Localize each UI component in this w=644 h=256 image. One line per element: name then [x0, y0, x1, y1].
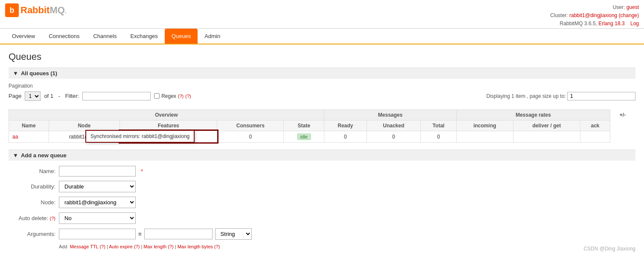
durability-select[interactable]: Durable Transient [59, 181, 136, 192]
durability-row: Durability: Durable Transient [9, 181, 635, 192]
regex-text: Regex [161, 93, 176, 99]
col-empty [610, 120, 635, 131]
page-select[interactable]: 1 [25, 91, 41, 101]
page-size-display: Displaying 1 item , page size up to: [487, 92, 635, 100]
args-eq: = [138, 231, 142, 237]
add-queue-label: Add a new queue [21, 152, 67, 159]
durability-label: Durability: [9, 183, 55, 190]
th-message-rates: Message rates [457, 109, 610, 120]
row-name[interactable]: aa [9, 131, 49, 142]
displaying-text: Displaying 1 item , page size up to: [487, 93, 566, 99]
col-name: Name [9, 120, 49, 131]
row-ready: 0 [324, 131, 367, 142]
row-total: 0 [420, 131, 456, 142]
filter-label: Filter: [65, 93, 79, 99]
add-queue-section: ▼ Add a new queue Name: * Durability: Du… [9, 150, 635, 249]
name-required: * [141, 168, 143, 174]
row-incoming [457, 131, 513, 142]
col-deliver-get: deliver / get [513, 120, 580, 131]
arguments-label: Arguments: [9, 231, 55, 237]
col-unacked: Unacked [367, 120, 420, 131]
auto-delete-label: Auto delete: (?) [9, 215, 55, 221]
th-messages: Messages [324, 109, 456, 120]
erlang-link[interactable]: Erlang 18.3 [598, 21, 624, 26]
args-inputs: = String Number Boolean [59, 228, 252, 240]
col-state: State [284, 120, 324, 131]
logo-icon: b [5, 3, 19, 17]
node-row: Node: rabbit1@dingjiaxiong [9, 197, 635, 208]
logo: b RabbitMQ. [5, 3, 67, 17]
cluster-link[interactable]: rabbit1@dingjiaxiong [569, 12, 617, 18]
tooltip-text: Synchronised mirrors: rabbit1@dingjiaxio… [90, 133, 189, 139]
page-text: Page [9, 93, 21, 99]
row-unacked: 0 [367, 131, 420, 142]
auto-delete-row: Auto delete: (?) No Yes [9, 212, 635, 224]
log-link[interactable]: Log [630, 21, 639, 26]
page-title: Queues [9, 51, 635, 62]
row-empty [610, 131, 635, 142]
th-plus-minus[interactable]: +/- [610, 109, 635, 120]
pagination-section: Pagination Page 1 of 1 - Filter: Regex (… [9, 79, 635, 105]
add-queue-header[interactable]: ▼ Add a new queue [9, 150, 635, 161]
logo-text: RabbitMQ. [20, 5, 67, 16]
args-key-input[interactable] [59, 229, 136, 239]
row-ack [580, 131, 610, 142]
top-bar: b RabbitMQ. User: guest Cluster: rabbit1… [0, 0, 644, 29]
args-type-select[interactable]: String Number Boolean [215, 228, 252, 240]
user-label: User: [613, 4, 625, 10]
col-features: Features [120, 120, 217, 131]
msg-ttl-link[interactable]: Message TTL (?) [70, 244, 105, 249]
main-nav: Overview Connections Channels Exchanges … [0, 29, 644, 44]
cluster-change-link[interactable]: (change) [619, 12, 639, 18]
th-overview: Overview [9, 109, 324, 120]
cluster-label: Cluster: [550, 12, 568, 18]
auto-delete-select[interactable]: No Yes [59, 212, 136, 224]
main-content: Queues ▼ All queues (1) Pagination Page … [0, 44, 644, 256]
col-incoming: incoming [457, 120, 513, 131]
regex-label: Regex (?) (?) [154, 93, 191, 99]
sync-mirrors-tooltip: Synchronised mirrors: rabbit1@dingjiaxio… [85, 130, 195, 143]
all-queues-section-header[interactable]: ▼ All queues (1) [9, 68, 635, 79]
node-select[interactable]: rabbit1@dingjiaxiong [59, 197, 136, 208]
add-queue-collapse-icon: ▼ [13, 152, 18, 159]
args-hint: Add Message TTL (?) | Auto expire (?) | … [59, 244, 635, 249]
pagination-label: Pagination [9, 83, 635, 89]
user-info: User: guest Cluster: rabbit1@dingjiaxion… [550, 3, 639, 28]
row-consumers: 0 [217, 131, 284, 142]
add-queue-form: Name: * Durability: Durable Transient No… [9, 161, 635, 249]
col-node: Node [49, 120, 120, 131]
col-ready: Ready [324, 120, 367, 131]
max-length-link[interactable]: Max length (?) [143, 244, 173, 249]
args-value-input[interactable] [144, 229, 213, 239]
name-input[interactable] [59, 166, 136, 177]
nav-overview[interactable]: Overview [5, 29, 42, 44]
name-label: Name: [9, 168, 55, 174]
regex-help1[interactable]: (?) [178, 94, 184, 99]
nav-queues[interactable]: Queues [165, 29, 198, 44]
all-queues-label: All queues (1) [21, 70, 57, 77]
watermark: CSDN @Ding Jiaxiong [583, 246, 635, 252]
version-text: RabbitMQ 3.6.5, [560, 21, 597, 26]
regex-checkbox[interactable] [154, 93, 160, 99]
nav-admin[interactable]: Admin [198, 29, 227, 44]
col-ack: ack [580, 120, 610, 131]
name-row: Name: * [9, 166, 635, 177]
max-length-bytes-link[interactable]: Max length bytes (?) [178, 244, 220, 249]
collapse-icon: ▼ [13, 70, 18, 77]
nav-connections[interactable]: Connections [42, 29, 86, 44]
col-consumers: Consumers [217, 120, 284, 131]
filter-input[interactable] [82, 92, 151, 100]
row-state: idle [284, 131, 324, 142]
nav-channels[interactable]: Channels [86, 29, 123, 44]
arguments-row: Arguments: = String Number Boolean [9, 228, 635, 240]
nav-exchanges[interactable]: Exchanges [123, 29, 164, 44]
regex-help2[interactable]: (?) [185, 94, 191, 99]
auto-expire-link[interactable]: Auto expire (?) [109, 244, 140, 249]
row-deliver-get [513, 131, 580, 142]
of-label: of 1 [44, 93, 53, 99]
node-label: Node: [9, 199, 55, 206]
user-name-link[interactable]: guest [627, 4, 639, 10]
queues-table-container: Overview Messages Message rates +/- Name… [9, 109, 635, 143]
page-size-input[interactable] [567, 92, 635, 100]
pagination-row: Page 1 of 1 - Filter: Regex (?) (?) Disp… [9, 91, 635, 101]
